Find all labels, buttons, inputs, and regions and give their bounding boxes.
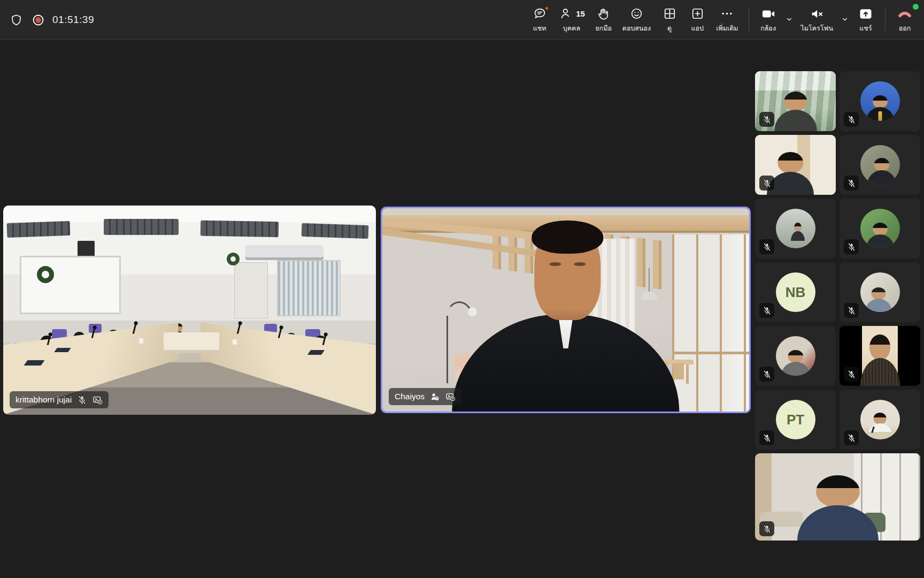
security-shield-icon	[9, 12, 24, 27]
mic-muted-badge	[759, 176, 774, 191]
frame-options-icon	[93, 395, 103, 405]
meeting-toolbar: 01:51:39 แชท 15 บุคคล	[0, 0, 924, 40]
chaiyos-video	[382, 208, 749, 412]
participant-count-badge: 15	[576, 9, 585, 18]
participant-name: krittabhorn jujai	[16, 395, 72, 405]
participant-avatar-initials: NB	[776, 272, 815, 312]
recording-indicator-icon	[30, 12, 45, 27]
mic-muted-badge	[844, 239, 859, 254]
toolbar-actions: แชท 15 บุคคล ยกมือ	[526, 2, 919, 38]
microphone-label: ไมโครโฟน	[801, 23, 833, 34]
chat-icon	[532, 6, 547, 21]
meeting-timer: 01:51:39	[52, 14, 94, 26]
audio-muted-icon	[810, 6, 825, 21]
participant-name: Chaiyos	[395, 392, 425, 401]
participant-tile-large[interactable]	[755, 453, 920, 541]
participant-name-label: krittabhorn jujai	[10, 391, 109, 408]
participant-avatar-photo	[776, 209, 815, 248]
camera-label: กล้อง	[760, 23, 776, 34]
mic-muted-badge	[844, 112, 859, 127]
more-button[interactable]: เพิ่มเติม	[711, 4, 743, 36]
mic-muted-badge	[759, 367, 774, 382]
participant-rail: NB PT	[755, 71, 920, 541]
react-label: ตอบสนอง	[622, 23, 651, 34]
participant-tile[interactable]: PT	[755, 390, 836, 450]
more-label: เพิ่มเติม	[716, 23, 738, 34]
chat-label: แชท	[533, 23, 546, 34]
leave-call-icon	[897, 6, 912, 21]
view-label: ดู	[667, 23, 672, 34]
react-smiley-icon	[629, 6, 644, 21]
people-icon	[558, 6, 573, 21]
mic-muted-badge	[844, 176, 859, 191]
meeting-room-video	[3, 206, 376, 415]
participant-avatar-photo	[860, 145, 900, 185]
share-screen-icon	[858, 6, 873, 21]
mic-muted-badge	[844, 303, 859, 318]
participant-tile[interactable]	[840, 135, 920, 195]
external-guest-icon	[430, 392, 440, 402]
share-label: แชร์	[859, 23, 872, 34]
people-button[interactable]: 15 บุคคล	[553, 4, 590, 36]
chat-notification-dot	[544, 6, 549, 11]
camera-button[interactable]: กล้อง	[754, 4, 782, 36]
toolbar-separator	[885, 9, 886, 31]
participant-tile[interactable]	[840, 71, 920, 131]
mic-muted-badge	[759, 521, 774, 536]
participant-avatar-photo	[860, 400, 900, 439]
leave-label: ออก	[899, 23, 911, 34]
participant-name-label: Chaiyos	[389, 388, 461, 405]
apps-button[interactable]: แอป	[683, 4, 711, 36]
toolbar-separator	[749, 9, 749, 31]
mic-muted-icon	[77, 395, 87, 405]
view-grid-icon	[662, 6, 677, 21]
people-label: บุคคล	[563, 23, 580, 34]
microphone-options-chevron[interactable]	[838, 7, 851, 33]
participant-avatar-photo	[860, 81, 900, 121]
stage-tile-krittabhorn[interactable]: krittabhorn jujai	[3, 206, 376, 415]
participant-tile[interactable]	[840, 326, 920, 386]
participant-tile[interactable]	[840, 199, 920, 258]
participant-tile[interactable]	[755, 71, 836, 131]
microphone-button[interactable]: ไมโครโฟน	[796, 4, 838, 36]
participant-tile[interactable]	[840, 262, 920, 322]
react-button[interactable]: ตอบสนอง	[618, 4, 656, 36]
participant-tile[interactable]: NB	[755, 262, 836, 322]
share-button[interactable]: แชร์	[852, 4, 880, 36]
participant-tile[interactable]	[755, 326, 836, 386]
participant-video	[755, 453, 920, 541]
camera-active-indicator	[913, 4, 919, 10]
raise-hand-button[interactable]: ยกมือ	[590, 4, 618, 36]
mic-muted-badge	[759, 430, 774, 445]
apps-label: แอป	[691, 23, 704, 34]
frame-options-icon	[445, 392, 456, 402]
participant-tile[interactable]	[755, 135, 836, 195]
raise-hand-label: ยกมือ	[595, 23, 612, 34]
participant-tile[interactable]	[755, 199, 836, 258]
view-button[interactable]: ดู	[656, 4, 683, 36]
participant-avatar-photo	[860, 272, 900, 312]
more-ellipsis-icon	[720, 6, 735, 21]
participant-video	[862, 326, 897, 386]
participant-avatar-photo	[860, 209, 900, 248]
apps-icon	[690, 6, 705, 21]
mic-muted-badge	[759, 239, 774, 254]
mic-muted-badge	[844, 367, 859, 382]
participant-tile[interactable]	[840, 390, 920, 450]
participant-avatar-initials: PT	[776, 400, 815, 439]
participant-avatar-photo	[776, 336, 815, 376]
stage-tile-chaiyos-active-speaker[interactable]: Chaiyos	[381, 207, 751, 413]
camera-options-chevron[interactable]	[783, 7, 796, 33]
meeting-status-cluster: 01:51:39	[9, 0, 94, 40]
mic-muted-badge	[759, 112, 774, 127]
mic-muted-badge	[844, 430, 859, 445]
raise-hand-icon	[596, 6, 611, 21]
chat-button[interactable]: แชท	[526, 4, 553, 36]
camera-on-icon	[761, 6, 776, 21]
mic-muted-badge	[759, 303, 774, 318]
